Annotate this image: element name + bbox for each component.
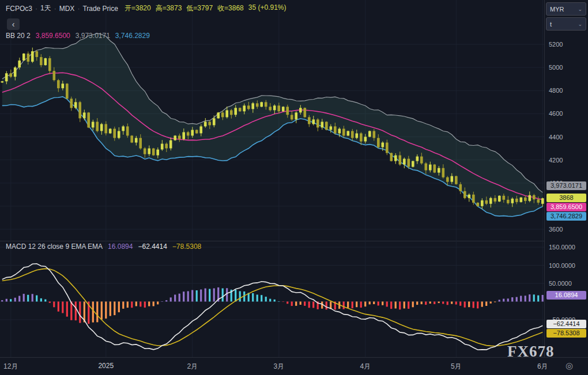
time-tick-label: 5月 bbox=[451, 362, 462, 372]
macd-hist-badge: 16.0894 bbox=[546, 291, 586, 300]
axis-tick-label: 4800 bbox=[549, 87, 563, 94]
bb-lower-value: 3,746.2829 bbox=[115, 32, 150, 40]
bb-upper-value: 3,973.0171 bbox=[76, 32, 110, 40]
macd-legend-title: MACD 12 26 close 9 EMA EMA bbox=[6, 243, 103, 251]
time-tick-label: 6月 bbox=[537, 362, 548, 372]
time-tick-label: 2025 bbox=[98, 362, 114, 370]
currency-selector[interactable]: MYR ⌄ bbox=[546, 2, 586, 16]
price-scale[interactable]: 520050004800460044004200400038003600150.… bbox=[544, 0, 588, 357]
macd-signal-value: −78.5308 bbox=[172, 243, 201, 251]
macd-line-badge: −62.4414 bbox=[546, 320, 586, 328]
back-button[interactable]: ‹ bbox=[7, 18, 20, 30]
trading-chart-app: FCPOc3 · 1天 · MDX · Trade Price 开=3820 高… bbox=[0, 0, 588, 375]
axis-tick-label: 3600 bbox=[549, 226, 563, 233]
time-tick-label: 4月 bbox=[360, 362, 371, 372]
open-value: 开=3820 bbox=[125, 3, 151, 13]
chart-header: FCPOc3 · 1天 · MDX · Trade Price 开=3820 高… bbox=[6, 3, 286, 13]
bb-lower-badge: 3,746.2829 bbox=[546, 212, 586, 221]
header-separator: · bbox=[54, 5, 56, 13]
low-value: 低=3797 bbox=[186, 3, 213, 13]
time-tick-label: 12月 bbox=[3, 362, 18, 372]
macd-signal-badge: −78.5308 bbox=[546, 329, 586, 338]
unit-value: t bbox=[550, 21, 552, 28]
back-arrow-icon: ‹ bbox=[12, 20, 15, 29]
axis-tick-label: 50.0000 bbox=[549, 280, 572, 287]
macd-legend[interactable]: MACD 12 26 close 9 EMA EMA 16.0894 −62.4… bbox=[6, 243, 201, 251]
bb-upper-badge: 3,973.0171 bbox=[546, 181, 586, 190]
bollinger-legend[interactable]: BB 20 2 3,859.6500 3,973.0171 3,746.2829 bbox=[6, 32, 150, 40]
time-tick-label: 2月 bbox=[187, 362, 198, 372]
axis-tick-label: 4600 bbox=[549, 110, 563, 117]
axis-tick-label: 4400 bbox=[549, 134, 563, 141]
bb-legend-title: BB 20 2 bbox=[6, 32, 31, 40]
bb-basis-badge: 3,859.6500 bbox=[546, 203, 586, 211]
scale-settings-icon[interactable]: ◎ bbox=[566, 361, 573, 371]
change-value: 35 (+0.91%) bbox=[248, 3, 287, 13]
chevron-down-icon: ⌄ bbox=[578, 6, 582, 12]
macd-indicator-pane[interactable] bbox=[0, 241, 545, 357]
time-scale[interactable]: ◎ 12月20252月3月4月5月6月 bbox=[0, 357, 588, 375]
symbol-name[interactable]: FCPOc3 bbox=[6, 5, 32, 13]
axis-tick-label: 100.0000 bbox=[549, 262, 575, 269]
chevron-down-icon: ⌄ bbox=[578, 21, 582, 27]
axis-tick-label: 5000 bbox=[549, 64, 563, 71]
header-separator: · bbox=[35, 5, 37, 13]
currency-value: MYR bbox=[550, 6, 564, 13]
macd-hist-value: 16.0894 bbox=[108, 243, 133, 251]
bb-basis-value: 3,859.6500 bbox=[36, 32, 70, 40]
interval-selector[interactable]: 1天 bbox=[40, 3, 51, 13]
macd-line-value: −62.4414 bbox=[138, 243, 167, 251]
exchange-label: MDX bbox=[59, 5, 75, 13]
axis-tick-label: 4200 bbox=[549, 157, 563, 164]
time-tick-label: 3月 bbox=[273, 362, 284, 372]
unit-selector[interactable]: t ⌄ bbox=[546, 17, 586, 31]
axis-tick-label: 150.0000 bbox=[549, 244, 575, 251]
header-separator: · bbox=[77, 5, 80, 13]
close-value: 收=3868 bbox=[217, 3, 244, 13]
scale-unit-selectors: MYR ⌄ t ⌄ bbox=[546, 2, 586, 31]
last-price-badge: 3868 bbox=[546, 194, 586, 202]
price-type-label: Trade Price bbox=[82, 5, 118, 13]
high-value: 高=3873 bbox=[156, 3, 182, 13]
axis-tick-label: 5200 bbox=[549, 41, 563, 48]
